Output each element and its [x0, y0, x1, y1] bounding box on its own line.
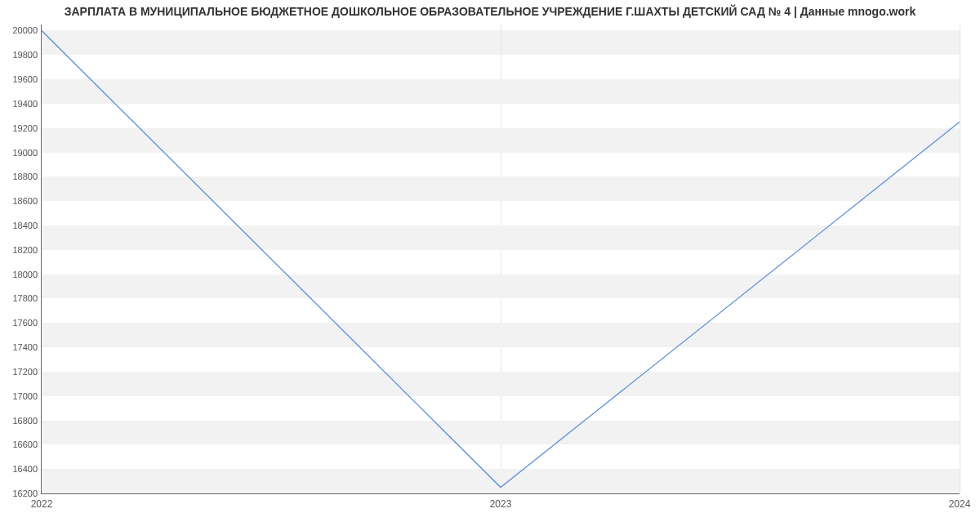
- chart-plot-area: 1620016400166001680017000172001740017600…: [41, 25, 960, 494]
- y-tick-label: 18800: [5, 172, 38, 181]
- y-tick-label: 16200: [5, 489, 38, 498]
- grid-vline: [960, 25, 960, 493]
- y-tick-label: 18600: [5, 196, 38, 206]
- y-tick-label: 19200: [5, 123, 38, 133]
- y-tick-label: 19600: [5, 74, 38, 84]
- y-tick-label: 17200: [5, 367, 38, 377]
- y-tick-label: 18000: [5, 270, 38, 279]
- y-tick-label: 17800: [5, 293, 38, 303]
- y-tick-label: 19400: [5, 99, 38, 109]
- x-tick-label: 2022: [31, 498, 53, 510]
- y-tick-label: 16600: [5, 440, 38, 449]
- y-tick-label: 20000: [5, 25, 38, 35]
- chart-title: ЗАРПЛАТА В МУНИЦИПАЛЬНОЕ БЮДЖЕТНОЕ ДОШКО…: [0, 5, 980, 18]
- line-series: [42, 25, 960, 493]
- y-tick-label: 17400: [5, 342, 38, 352]
- y-tick-label: 17600: [5, 318, 38, 328]
- y-tick-label: 18400: [5, 221, 38, 230]
- x-tick-label: 2023: [490, 498, 512, 510]
- y-tick-label: 17000: [5, 391, 38, 401]
- y-tick-label: 16400: [5, 464, 38, 474]
- y-tick-label: 16800: [5, 416, 38, 426]
- y-tick-label: 19000: [5, 148, 38, 158]
- y-tick-label: 18200: [5, 245, 38, 255]
- x-tick-label: 2024: [949, 498, 971, 510]
- y-tick-label: 19800: [5, 50, 38, 60]
